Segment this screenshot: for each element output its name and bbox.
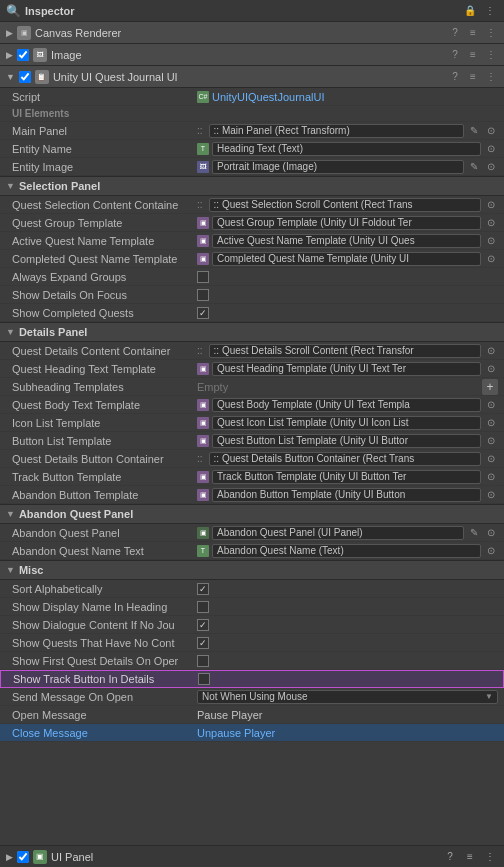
abandon-quest-panel-title: Abandon Quest Panel [19,508,133,520]
entity-name-icon: T [197,143,209,155]
qdc-circle-icon[interactable]: ⊙ [484,344,498,358]
abandon-panel-value[interactable]: Abandon Quest Panel (UI Panel) [212,526,464,540]
selection-panel-header[interactable]: ▼ Selection Panel [0,176,504,196]
image-title: Image [51,49,444,61]
image-settings-icon[interactable]: ≡ [466,48,480,62]
icon-list-value[interactable]: Quest Icon List Template (Unity UI Icon … [212,416,481,430]
show-dialogue-label: Show Dialogue Content If No Jou [12,619,197,631]
track-button-value[interactable]: Track Button Template (Unity UI Button T… [212,470,481,484]
entity-name-value[interactable]: Heading Text (Text) [212,142,481,156]
ap-circle-icon[interactable]: ⊙ [484,526,498,540]
an-circle-icon[interactable]: ⊙ [484,544,498,558]
cq-circle-icon[interactable]: ⊙ [484,252,498,266]
ap-edit-icon[interactable]: ✎ [467,526,481,540]
show-completed-checkbox[interactable] [197,307,209,319]
quest-group-value[interactable]: Quest Group Template (Unity UI Foldout T… [212,216,481,230]
quest-selection-value[interactable]: :: Quest Selection Scroll Content (Rect … [209,198,481,212]
abandon-name-row: Abandon Quest Name Text T Abandon Quest … [0,542,504,560]
main-panel-value[interactable]: :: Main Panel (Rect Transform) [209,124,464,138]
entity-image-row: Entity Image 🖼 Portrait Image (Image) ✎ … [0,158,504,176]
subheading-row: Subheading Templates Empty + [0,378,504,396]
main-panel-row: Main Panel :: :: Main Panel (Rect Transf… [0,122,504,140]
show-first-checkbox[interactable] [197,655,209,667]
script-value-text[interactable]: UnityUIQuestJournalUI [212,91,325,103]
canvas-menu-icon[interactable]: ⋮ [484,26,498,40]
ab-circle-icon[interactable]: ⊙ [484,488,498,502]
open-message-value[interactable]: Pause Player [197,709,498,721]
quest-details-container-label: Quest Details Content Container [12,345,197,357]
qj-menu-icon[interactable]: ⋮ [484,70,498,84]
qh-circle-icon[interactable]: ⊙ [484,362,498,376]
quest-details-btn-container-value[interactable]: :: Quest Details Button Container (Rect … [209,452,481,466]
inspector-title: Inspector [25,5,462,17]
subheading-add-btn[interactable]: + [482,379,498,395]
completed-quest-icon: ▣ [197,253,209,265]
bottom-help-icon[interactable]: ? [442,849,458,865]
abandon-quest-panel-header[interactable]: ▼ Abandon Quest Panel [0,504,504,524]
canvas-help-icon[interactable]: ? [448,26,462,40]
entity-image-value[interactable]: Portrait Image (Image) [212,160,464,174]
qj-help-icon[interactable]: ? [448,70,462,84]
qj-enabled-checkbox[interactable] [19,71,31,83]
qs-circle-icon[interactable]: ⊙ [484,198,498,212]
send-message-dropdown[interactable]: Not When Using Mouse ▼ [197,690,498,704]
image-menu-icon[interactable]: ⋮ [484,48,498,62]
main-panel-edit-icon[interactable]: ✎ [467,124,481,138]
abandon-name-value[interactable]: Abandon Quest Name (Text) [212,544,481,558]
completed-quest-row: Completed Quest Name Template ▣ Complete… [0,250,504,268]
il-circle-icon[interactable]: ⊙ [484,416,498,430]
show-quests-row: Show Quests That Have No Cont [0,634,504,652]
selection-arrow: ▼ [6,181,15,191]
aq-circle-icon[interactable]: ⊙ [484,234,498,248]
lock-icon[interactable]: 🔒 [462,3,478,19]
show-details-checkbox[interactable] [197,289,209,301]
bottom-title: UI Panel [51,851,438,863]
quest-body-value[interactable]: Quest Body Template (Unity UI Text Templ… [212,398,481,412]
bottom-menu-icon[interactable]: ⋮ [482,849,498,865]
bl-circle-icon[interactable]: ⊙ [484,434,498,448]
always-expand-checkbox[interactable] [197,271,209,283]
entity-name-circle-icon[interactable]: ⊙ [484,142,498,156]
misc-header[interactable]: ▼ Misc [0,560,504,580]
qb-circle-icon[interactable]: ⊙ [484,398,498,412]
entity-image-circle-icon[interactable]: ⊙ [484,160,498,174]
canvas-settings-icon[interactable]: ≡ [466,26,480,40]
close-message-value[interactable]: Unpause Player [197,727,498,739]
menu-icon[interactable]: ⋮ [482,3,498,19]
show-track-checkbox[interactable] [198,673,210,685]
quest-heading-value[interactable]: Quest Heading Template (Unity UI Text Te… [212,362,481,376]
show-quests-label: Show Quests That Have No Cont [12,637,197,649]
misc-arrow: ▼ [6,565,15,575]
canvas-renderer-header[interactable]: ▶ ▣ Canvas Renderer ? ≡ ⋮ [0,22,504,44]
qj-title: Unity UI Quest Journal UI [53,71,444,83]
image-help-icon[interactable]: ? [448,48,462,62]
bottom-enabled-checkbox[interactable] [17,851,29,863]
main-panel-circle-icon[interactable]: ⊙ [484,124,498,138]
image-enabled-checkbox[interactable] [17,49,29,61]
quest-selection-label: Quest Selection Content Containe [12,199,197,211]
bottom-settings-icon[interactable]: ≡ [462,849,478,865]
abandon-button-value[interactable]: Abandon Button Template (Unity UI Button [212,488,481,502]
show-dialogue-checkbox[interactable] [197,619,209,631]
button-list-value[interactable]: Quest Button List Template (Unity UI But… [212,434,481,448]
sort-alpha-checkbox[interactable] [197,583,209,595]
qj-expand-arrow: ▼ [6,72,15,82]
button-list-icon: ▣ [197,435,209,447]
show-quests-checkbox[interactable] [197,637,209,649]
active-quest-value[interactable]: Active Quest Name Template (Unity UI Que… [212,234,481,248]
quest-heading-row: Quest Heading Text Template ▣ Quest Head… [0,360,504,378]
quest-journal-header[interactable]: ▼ 📋 Unity UI Quest Journal UI ? ≡ ⋮ [0,66,504,88]
quest-details-container-value[interactable]: :: Quest Details Scroll Content (Rect Tr… [209,344,481,358]
tb-circle-icon[interactable]: ⊙ [484,470,498,484]
details-panel-header[interactable]: ▼ Details Panel [0,322,504,342]
selection-panel-title: Selection Panel [19,180,100,192]
qg-circle-icon[interactable]: ⊙ [484,216,498,230]
completed-quest-value[interactable]: Completed Quest Name Template (Unity UI [212,252,481,266]
qdbc-circle-icon[interactable]: ⊙ [484,452,498,466]
move-icon: :: [197,125,203,136]
entity-image-edit-icon[interactable]: ✎ [467,160,481,174]
show-display-checkbox[interactable] [197,601,209,613]
qj-settings-icon[interactable]: ≡ [466,70,480,84]
dropdown-arrow: ▼ [485,692,493,701]
image-header[interactable]: ▶ 🖼 Image ? ≡ ⋮ [0,44,504,66]
